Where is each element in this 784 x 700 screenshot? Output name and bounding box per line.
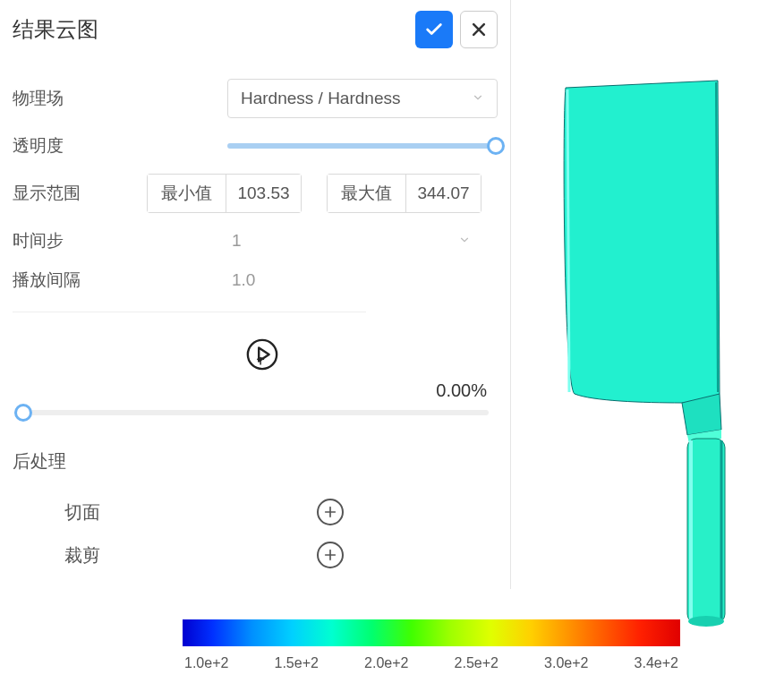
tick: 3.0e+2	[544, 655, 588, 671]
results-panel: 结果云图 物理场 Hardness / Hardness 透明度 显示范围 最小…	[0, 0, 510, 585]
range-label: 显示范围	[13, 182, 147, 205]
model-viewport[interactable]	[510, 0, 784, 627]
chevron-down-icon	[458, 231, 471, 251]
range-min-group: 最小值 103.53	[147, 174, 302, 213]
progress-thumb[interactable]	[14, 404, 32, 422]
tick: 2.0e+2	[364, 655, 408, 671]
physics-row: 物理场 Hardness / Hardness	[13, 79, 498, 118]
transparency-label: 透明度	[13, 134, 147, 158]
panel-header: 结果云图	[13, 11, 498, 48]
postprocess-title: 后处理	[13, 449, 498, 474]
physics-label: 物理场	[13, 87, 147, 110]
plus-icon	[323, 505, 337, 519]
progress-percent: 0.00%	[13, 380, 498, 401]
play-button[interactable]	[245, 337, 279, 371]
range-min-label: 最小值	[147, 174, 226, 213]
add-section-cut-button[interactable]	[317, 499, 344, 525]
svg-point-2	[688, 616, 724, 627]
interval-label: 播放间隔	[13, 269, 147, 292]
transparency-thumb[interactable]	[487, 137, 505, 155]
timestep-label: 时间步	[13, 229, 147, 252]
interval-input[interactable]: 1.0	[232, 270, 255, 290]
add-section-clip-button[interactable]	[317, 542, 344, 568]
range-max-group: 最大值 344.07	[327, 174, 481, 213]
tick: 3.4e+2	[635, 655, 678, 671]
colorbar-ticks: 1.0e+2 1.5e+2 2.0e+2 2.5e+2 3.0e+2 3.4e+…	[183, 655, 680, 671]
timestep-select[interactable]: 1	[232, 231, 458, 251]
range-max-label: 最大值	[327, 174, 405, 213]
range-max-input[interactable]: 344.07	[405, 174, 481, 213]
timestep-row: 时间步 1	[13, 229, 498, 252]
tick: 1.0e+2	[184, 655, 228, 671]
tick: 2.5e+2	[455, 655, 499, 671]
section-cut-label: 切面	[64, 500, 252, 525]
confirm-button[interactable]	[415, 11, 453, 48]
interval-row: 播放间隔 1.0	[13, 269, 366, 312]
section-clip-row: 裁剪	[13, 542, 498, 568]
chevron-down-icon	[472, 89, 484, 108]
range-row: 显示范围 最小值 103.53 最大值 344.07	[13, 174, 498, 213]
svg-point-0	[248, 340, 277, 369]
physics-select[interactable]: Hardness / Hardness	[227, 79, 498, 118]
section-cut-row: 切面	[13, 499, 498, 525]
close-icon	[470, 21, 488, 38]
transparency-row: 透明度	[13, 134, 498, 158]
colorbar: 1.0e+2 1.5e+2 2.0e+2 2.5e+2 3.0e+2 3.4e+…	[183, 619, 680, 671]
panel-title: 结果云图	[13, 15, 408, 44]
physics-value: Hardness / Hardness	[241, 89, 400, 108]
close-button[interactable]	[460, 11, 498, 48]
tick: 1.5e+2	[275, 655, 319, 671]
knife-model	[557, 79, 750, 627]
progress-slider[interactable]	[14, 410, 489, 415]
svg-rect-1	[687, 439, 725, 623]
colorbar-gradient	[183, 619, 680, 646]
transparency-slider[interactable]	[227, 143, 498, 149]
plus-icon	[323, 548, 337, 562]
play-icon	[245, 337, 279, 371]
range-min-input[interactable]: 103.53	[226, 174, 302, 213]
section-clip-label: 裁剪	[64, 543, 252, 568]
check-icon	[424, 20, 444, 39]
